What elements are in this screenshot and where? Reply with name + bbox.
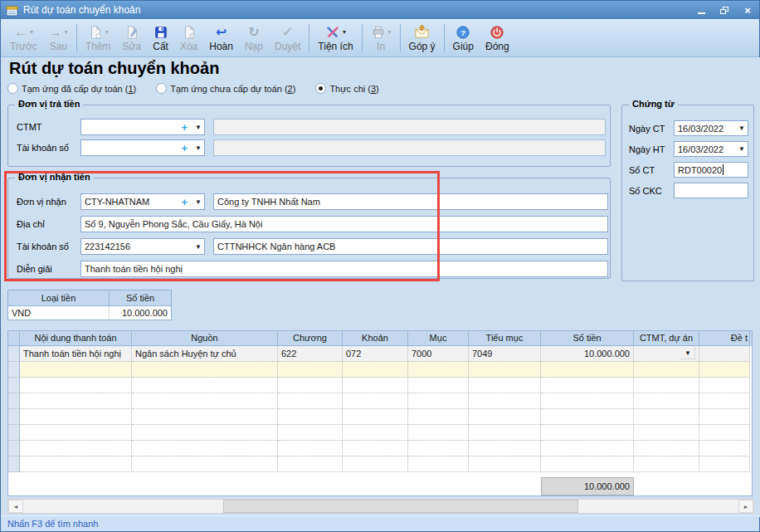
grid-empty-row[interactable] — [8, 378, 752, 393]
mode-radio-group: Tạm ứng đã cấp dự toán (1) Tạm ứng chưa … — [7, 83, 379, 94]
receiver-account-combo[interactable]: 223142156 ▼ — [80, 238, 205, 255]
toolbar-separator — [309, 24, 309, 52]
printer-icon — [371, 25, 386, 40]
undo-button[interactable]: ↩ Hoàn — [203, 21, 239, 56]
receiver-combo[interactable]: CTY-NHATNAM + ▼ — [80, 193, 205, 210]
add-button[interactable]: ▾ Thêm — [80, 21, 117, 56]
horizontal-scrollbar[interactable]: ◄ ► — [7, 499, 754, 514]
grid-empty-row[interactable] — [8, 441, 752, 456]
plus-icon[interactable]: + — [181, 142, 188, 154]
col-so-tien: Số tiền — [541, 331, 634, 346]
col-chuong: Chương — [278, 331, 343, 346]
status-hint: Nhấn F3 để tìm nhanh — [7, 519, 98, 529]
scroll-right-button[interactable]: ► — [738, 500, 753, 513]
close-form-button[interactable]: Đóng — [480, 21, 515, 56]
window-title: Rút dự toán chuyển khoản — [23, 4, 140, 16]
currency-row[interactable]: VND 10.000.000 — [8, 306, 171, 320]
document-new-icon — [88, 25, 103, 40]
grid-empty-row[interactable] — [8, 409, 752, 425]
title-bar: Rút dự toán chuyển khoản × — [1, 1, 759, 19]
date-ct-picker[interactable]: 16/03/2022 ▼ — [674, 120, 748, 136]
payer-account-label: Tài khoản số — [17, 143, 69, 153]
help-button[interactable]: ? Giúp — [447, 21, 480, 56]
ckc-label: Số CKC — [629, 186, 662, 196]
col-ctmt-du-an: CTMT, dự án — [634, 331, 699, 346]
approve-button[interactable]: ✓ Duyệt — [269, 21, 306, 56]
date-ht-label: Ngày HT — [629, 144, 665, 154]
scrollbar-thumb[interactable] — [223, 500, 578, 513]
cell-so-tien[interactable]: 10.000.000 — [541, 346, 634, 362]
ckc-input[interactable] — [674, 183, 748, 198]
dropdown-icon[interactable]: ▼ — [736, 124, 748, 132]
description-input[interactable]: Thanh toán tiền hội nghị — [80, 261, 608, 277]
cell-noi-dung[interactable]: Thanh toán tiền hội nghị — [20, 346, 132, 362]
text-cursor — [723, 164, 723, 175]
arrow-left-icon: ← — [14, 26, 27, 39]
dropdown-icon[interactable]: ▼ — [681, 348, 695, 359]
receiver-name-input[interactable]: Công ty TNHH Nhất Nam — [213, 193, 608, 210]
utilities-button[interactable]: ▾ Tiện ích — [312, 21, 358, 56]
delete-button[interactable]: Xóa — [174, 21, 203, 56]
payer-account-combo[interactable]: + ▼ — [80, 139, 205, 156]
dropdown-icon[interactable]: ▼ — [736, 145, 748, 153]
ctmt-combo[interactable]: + ▼ — [80, 119, 205, 135]
previous-button[interactable]: ←▾ Trước — [4, 21, 43, 56]
cell-muc[interactable]: 7000 — [408, 346, 469, 362]
document-group: Chứng từ Ngày CT 16/03/2022 ▼ Ngày HT 16… — [621, 105, 754, 281]
toolbar-separator — [76, 24, 77, 52]
chevron-down-icon: ▾ — [343, 29, 346, 36]
save-floppy-icon — [153, 25, 168, 40]
cell-de-tai[interactable] — [699, 346, 750, 362]
amount-cell[interactable]: 10.000.000 — [110, 306, 171, 320]
dropdown-icon[interactable]: ▼ — [192, 124, 204, 131]
amount-col-header: Số tiền — [110, 290, 171, 306]
next-button[interactable]: →▾ Sau — [43, 21, 74, 56]
grid-empty-row[interactable] — [8, 393, 752, 409]
dropdown-icon[interactable]: ▼ — [192, 243, 204, 251]
grid-new-row[interactable] — [8, 362, 752, 378]
grid-empty-row[interactable] — [8, 425, 752, 441]
plus-icon[interactable]: + — [181, 196, 188, 208]
radio-tam-ung-chua-cap[interactable]: Tạm ứng chưa cấp dự toán (2) — [156, 83, 295, 94]
reload-button[interactable]: ↻ Nạp — [239, 21, 269, 56]
edit-button[interactable]: Sửa — [117, 21, 148, 56]
payer-account-detail-field — [213, 139, 606, 156]
grid-data-row[interactable]: Thanh toán tiền hội nghị Ngân sách Huyện… — [8, 346, 752, 362]
save-button[interactable]: Cất — [147, 21, 174, 56]
help-icon: ? — [456, 25, 470, 40]
restore-button[interactable] — [718, 4, 731, 16]
refresh-icon: ↻ — [248, 26, 259, 39]
grid-header-row: Nội dung thanh toán Nguồn Chương Khoản M… — [8, 331, 752, 346]
receiver-account-label: Tài khoản số — [17, 242, 69, 251]
minimize-icon — [698, 12, 705, 14]
plus-icon[interactable]: + — [181, 121, 188, 134]
grid-empty-row[interactable] — [8, 456, 752, 472]
scroll-left-button[interactable]: ◄ — [8, 500, 23, 513]
cell-tieu-muc[interactable]: 7049 — [469, 346, 541, 362]
restore-icon — [720, 7, 728, 14]
cell-ctmt-du-an[interactable]: ▼ — [634, 346, 699, 362]
print-button[interactable]: ▾ In — [365, 21, 397, 56]
minimize-button[interactable] — [694, 4, 708, 16]
detail-grid: Nội dung thanh toán Nguồn Chương Khoản M… — [7, 330, 753, 496]
address-input[interactable]: Số 9, Nguyễn Phong Sắc, Cầu Giấy, Hà Nội — [80, 216, 608, 232]
bank-name-input[interactable]: CTTNHHCK Ngân hàng ACB — [213, 238, 608, 255]
date-ht-picker[interactable]: 16/03/2022 ▼ — [674, 141, 748, 157]
cell-khoan[interactable]: 072 — [343, 346, 408, 362]
close-button[interactable]: × — [741, 4, 754, 16]
receiver-label: Đơn vị nhận — [17, 197, 66, 207]
feedback-button[interactable]: Góp ý — [403, 21, 441, 56]
toolbar-separator — [400, 24, 401, 52]
dropdown-icon[interactable]: ▼ — [192, 144, 204, 152]
status-bar: Nhấn F3 để tìm nhanh — [1, 515, 759, 531]
doc-no-input[interactable]: RDT00020 — [674, 162, 748, 178]
cell-nguon[interactable]: Ngân sách Huyện tự chủ — [132, 346, 278, 362]
tools-icon — [325, 25, 340, 40]
payer-group-legend: Đơn vị trả tiền — [15, 99, 83, 109]
dropdown-icon[interactable]: ▼ — [192, 198, 204, 206]
cell-chuong[interactable]: 622 — [278, 346, 343, 362]
radio-checked-icon — [315, 83, 326, 94]
radio-thuc-chi[interactable]: Thực chi (3) — [315, 83, 378, 94]
radio-tam-ung-da-cap[interactable]: Tạm ứng đã cấp dự toán (1) — [7, 83, 136, 94]
currency-cell[interactable]: VND — [8, 306, 110, 320]
